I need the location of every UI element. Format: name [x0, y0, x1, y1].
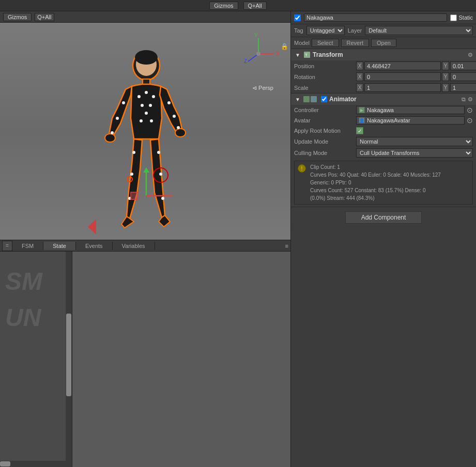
svg-point-14 [141, 104, 144, 107]
fsm-main-area[interactable] [72, 252, 290, 467]
svg-point-22 [111, 131, 114, 134]
static-checkbox[interactable] [450, 14, 457, 21]
fsm-tab-variables[interactable]: Variables [113, 242, 155, 250]
object-name-input[interactable] [304, 13, 447, 22]
apply-root-motion-row: Apply Root Motion ✓ [291, 126, 476, 136]
pos-x-label: X [356, 61, 363, 70]
position-label: Position [294, 63, 356, 69]
fsm-collapse-button[interactable]: = [2, 241, 12, 251]
all-vp-button[interactable]: Q+All [35, 13, 54, 21]
svg-point-26 [177, 126, 180, 129]
add-component-button[interactable]: Add Component [345, 211, 422, 224]
fsm-lines-button[interactable]: ≡ [285, 243, 288, 249]
svg-point-15 [149, 104, 152, 107]
avatar-row: Avatar 👤 NakagawaAvatar ⊙ [291, 115, 476, 126]
scene-view[interactable]: X Y Z 🔒 ⊲ Persp [0, 23, 290, 240]
controller-ref-text: Nakagawa [367, 107, 394, 113]
avatar-label: Avatar [294, 117, 356, 123]
tag-select[interactable]: Untagged [306, 26, 345, 35]
left-arrow [88, 219, 96, 235]
scale-x-label: X [356, 83, 363, 92]
viewport-toolbar: Gizmos Q+All [0, 11, 290, 23]
svg-point-30 [157, 151, 160, 154]
gizmos-button[interactable]: Gizmos [209, 2, 238, 10]
svg-point-13 [152, 95, 155, 98]
avatar-pick-button[interactable]: ⊙ [467, 116, 473, 124]
transform-settings-button[interactable]: ⚙ [468, 52, 473, 58]
update-mode-row: Update Mode Normal [291, 136, 476, 147]
culling-mode-label: Culling Mode [294, 150, 356, 156]
layer-select[interactable]: Default [365, 26, 473, 35]
lock-icon: 🔒 [281, 42, 288, 50]
curves-pos-text: Curves Pos: 40 Quat: 40 Euler: 0 Scale: … [310, 172, 441, 178]
controller-row: Controller ▶ Nakagawa ⊙ [291, 105, 476, 115]
scale-y-label: Y [442, 83, 449, 92]
layer-label: Layer [348, 27, 362, 34]
stream-text: (0.0%) Stream: 444 (84.3%) [310, 195, 375, 201]
svg-point-32 [161, 197, 164, 200]
transform-title: Transform [313, 51, 466, 58]
animator-copy-button[interactable]: ⧉ [462, 96, 466, 103]
apply-root-motion-checkbox[interactable]: ✓ [356, 127, 363, 134]
avatar-ref[interactable]: 👤 NakagawaAvatar [356, 116, 465, 124]
culling-mode-select[interactable]: Cull Update Transforms [356, 148, 473, 158]
svg-point-9 [135, 50, 158, 65]
all-button[interactable]: Q+All [243, 2, 267, 10]
svg-point-28 [130, 173, 133, 176]
fsm-scrollbar-h-thumb[interactable] [0, 461, 10, 466]
svg-marker-36 [143, 167, 149, 173]
rot-y-input[interactable] [450, 72, 476, 81]
controller-pick-button[interactable]: ⊙ [467, 106, 473, 114]
svg-text:X: X [276, 51, 280, 57]
active-checkbox[interactable] [294, 14, 301, 21]
transform-header[interactable]: ▼ T Transform ⚙ [291, 49, 476, 60]
fsm-scrollbar-thumb[interactable] [66, 314, 71, 396]
scale-y-input[interactable] [450, 83, 476, 92]
pos-y-input[interactable] [450, 61, 476, 70]
svg-point-23 [175, 129, 186, 137]
svg-rect-43 [311, 96, 317, 102]
animator-active-checkbox[interactable] [321, 96, 327, 102]
position-inputs: X Y Z [356, 61, 476, 70]
viewport-panel: Gizmos Q+All X [0, 11, 291, 467]
svg-point-6 [256, 52, 260, 56]
pos-x-input[interactable] [364, 61, 441, 70]
static-section: Static [450, 14, 473, 21]
fsm-panel: = FSM State Events Variables ≡ SM UN [0, 240, 290, 467]
fsm-watermark-un: UN [5, 303, 41, 332]
curves-count-text: Curves Count: 527 Constant: 83 (15.7%) D… [310, 188, 425, 193]
rotation-inputs: X Y Z [356, 72, 476, 81]
fsm-scrollbar[interactable] [66, 252, 72, 467]
scale-row: Scale X Y Z [291, 82, 476, 93]
culling-mode-row: Culling Mode Cull Update Transforms [291, 147, 476, 159]
open-button[interactable]: Open [371, 39, 396, 47]
static-label: Static [458, 14, 473, 21]
animator-header[interactable]: ▼ Animator ⧉ ⚙ [291, 94, 476, 105]
rotation-label: Rotation [294, 74, 356, 80]
model-row: Model Select Revert Open [291, 37, 476, 49]
update-mode-select[interactable]: Normal [356, 137, 473, 146]
rot-y-label: Y [442, 72, 449, 81]
fsm-tab-state[interactable]: State [43, 242, 76, 250]
svg-text:Z: Z [244, 58, 247, 64]
gizmos-vp-button[interactable]: Gizmos [3, 13, 32, 21]
rot-x-label: X [356, 72, 363, 81]
svg-point-25 [173, 115, 176, 118]
controller-ref[interactable]: ▶ Nakagawa [356, 106, 465, 114]
transform-actions: ⚙ [468, 52, 473, 58]
revert-button[interactable]: Revert [341, 39, 369, 47]
controller-label: Controller [294, 107, 356, 113]
apply-root-motion-label: Apply Root Motion [294, 128, 356, 134]
fsm-content: SM UN [0, 252, 290, 467]
animator-settings-button[interactable]: ⚙ [468, 96, 473, 103]
scale-label: Scale [294, 85, 356, 91]
fsm-tab-events[interactable]: Events [76, 242, 113, 250]
svg-point-17 [140, 119, 143, 122]
select-button[interactable]: Select [312, 39, 339, 47]
fsm-scrollbar-h[interactable] [0, 461, 72, 467]
pos-y-label: Y [442, 61, 449, 70]
scale-x-input[interactable] [364, 83, 441, 92]
scale-inputs: X Y Z [356, 83, 476, 92]
rot-x-input[interactable] [364, 72, 441, 81]
fsm-tab-fsm[interactable]: FSM [12, 242, 43, 250]
